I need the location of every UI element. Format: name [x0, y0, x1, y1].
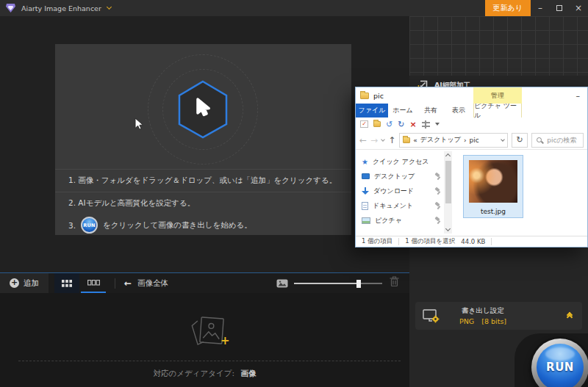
- sidebar-item-label: クイック アクセス: [373, 157, 429, 167]
- plus-icon: +: [10, 278, 19, 288]
- add-media-plus-icon[interactable]: +: [220, 334, 230, 347]
- add-button-label: 追加: [24, 278, 39, 289]
- run-button-face: RUN: [537, 344, 584, 387]
- step-3-text: をクリックして画像の書き出しを始める。: [103, 220, 252, 231]
- nav-forward-icon[interactable]: →: [370, 135, 378, 145]
- sidebar-item-label: ダウンロード: [373, 187, 414, 196]
- file-name: test.jpg: [464, 208, 523, 215]
- list-view-button[interactable]: [81, 273, 106, 293]
- mouse-cursor-icon: [135, 117, 144, 134]
- maximize-button[interactable]: [550, 0, 569, 16]
- slider-thumb[interactable]: [356, 280, 361, 288]
- grid-view-button[interactable]: [54, 273, 79, 293]
- undo-icon[interactable]: ↺: [386, 120, 392, 129]
- status-selected-size: 44.0 KB: [461, 238, 485, 245]
- nav-up-icon[interactable]: ↑: [388, 135, 395, 145]
- minimize-button[interactable]: –: [531, 0, 550, 16]
- export-settings-card[interactable]: 書き出し設定 PNG [8 bits]: [415, 302, 582, 330]
- pin-icon: [435, 173, 441, 180]
- thumbnail-size-icon: [276, 279, 288, 288]
- media-list-panel[interactable]: + 対応のメディアタイプ: 画像: [0, 293, 409, 387]
- zoom-slider[interactable]: [294, 279, 382, 288]
- export-format-value: PNG: [459, 317, 474, 325]
- instruction-step-2: 2. AIモデルと高画質化を設定する。: [55, 192, 351, 214]
- ribbon-tab-share[interactable]: 共有: [417, 104, 444, 117]
- sidebar-item-pictures[interactable]: ピクチャ: [362, 213, 441, 228]
- preview-grid-area: [409, 16, 588, 76]
- status-separator: [398, 238, 399, 245]
- chevron-down-icon[interactable]: [107, 4, 112, 10]
- toolbar-separator: [115, 278, 115, 289]
- app-logo-icon: [6, 4, 15, 12]
- fit-view-label: 画像全体: [137, 278, 168, 289]
- nav-back-icon[interactable]: ←: [359, 135, 367, 145]
- pin-icon: [435, 203, 441, 209]
- instruction-step-3: 3. RUN をクリックして画像の書き出しを始める。: [55, 214, 351, 236]
- status-selected-count: 1 個の項目を選択: [405, 237, 455, 246]
- export-settings-icon: [423, 309, 440, 323]
- star-icon: ★: [362, 158, 368, 166]
- scroll-up-icon[interactable]: [445, 153, 450, 159]
- explorer-minimize-button[interactable]: –: [576, 87, 581, 104]
- address-dropdown-icon[interactable]: [501, 137, 505, 142]
- export-settings-text: 書き出し設定 PNG [8 bits]: [459, 306, 506, 325]
- rename-icon[interactable]: [422, 122, 430, 127]
- folder-icon: [360, 93, 369, 99]
- breadcrumb-prefix: «: [413, 137, 417, 144]
- explorer-titlebar[interactable]: pic 管理 –: [356, 87, 587, 104]
- sidebar-item-quick-access[interactable]: ★ クイック アクセス: [362, 154, 441, 169]
- close-button[interactable]: ×: [569, 0, 588, 16]
- fit-view-control[interactable]: ← 画像全体: [124, 278, 168, 289]
- search-input[interactable]: [545, 136, 584, 145]
- search-box[interactable]: [531, 133, 584, 148]
- sidebar-scrollbar[interactable]: [444, 151, 452, 234]
- new-folder-icon[interactable]: [373, 121, 381, 127]
- scroll-down-icon[interactable]: [445, 226, 450, 231]
- nav-history-chevron-icon[interactable]: [381, 137, 385, 142]
- ribbon-tab-file[interactable]: ファイル: [356, 104, 388, 117]
- file-thumbnail-image: [469, 160, 517, 203]
- gear-icon: [432, 315, 440, 322]
- pin-icon: [435, 217, 441, 224]
- customize-toolbar-icon[interactable]: [435, 123, 440, 126]
- breadcrumb-pic[interactable]: pic: [470, 137, 479, 144]
- refresh-button[interactable]: ↻: [512, 133, 528, 148]
- scrollbar-thumb[interactable]: [445, 161, 451, 203]
- collapse-chevrons-icon[interactable]: [567, 313, 572, 319]
- ribbon-tab-home[interactable]: ホーム: [388, 104, 417, 117]
- run-button[interactable]: RUN: [531, 339, 588, 387]
- update-available-button[interactable]: 更新あり: [485, 0, 531, 16]
- ribbon-tab-manage[interactable]: 管理: [473, 87, 522, 104]
- download-icon: [362, 187, 369, 195]
- maximize-icon: [556, 5, 562, 11]
- explorer-window-title: pic: [373, 92, 384, 100]
- sidebar-item-desktop[interactable]: デスクトップ: [362, 169, 441, 184]
- sidebar-item-documents[interactable]: ドキュメント: [362, 198, 441, 213]
- add-button[interactable]: + 追加: [0, 273, 49, 293]
- export-format: PNG [8 bits]: [459, 317, 506, 325]
- redo-icon[interactable]: ↻: [398, 120, 404, 129]
- list-view-icon: [87, 280, 100, 286]
- search-icon: [537, 137, 542, 142]
- explorer-statusbar: 1 個の項目 1 個の項目を選択 44.0 KB: [356, 236, 587, 247]
- ribbon-tab-view[interactable]: 表示: [444, 104, 473, 117]
- app-titlebar: Aiarty Image Enhancer 更新あり – ×: [0, 0, 588, 16]
- address-input[interactable]: « デスクトップ › pic: [399, 133, 508, 148]
- delete-icon[interactable]: ×: [409, 120, 416, 129]
- ribbon-tab-picture-tools[interactable]: ピクチャ ツール: [473, 104, 522, 117]
- step-3-number: 3.: [68, 221, 76, 230]
- sidebar-item-downloads[interactable]: ダウンロード: [362, 184, 441, 198]
- file-item-selected[interactable]: test.jpg: [463, 155, 523, 218]
- properties-check-icon[interactable]: ✓: [360, 120, 368, 128]
- breadcrumb-desktop[interactable]: デスクトップ: [420, 135, 461, 145]
- drag-drop-zone[interactable]: 1. 画像・フォルダをドラッグ＆ドロップ、或いは「追加」をクリックする。 2. …: [55, 44, 351, 235]
- status-separator: [491, 238, 492, 245]
- app-window: Aiarty Image Enhancer 更新あり – × 1. 画像・フォル…: [0, 0, 588, 387]
- app-title: Aiarty Image Enhancer: [21, 4, 101, 12]
- pictures-icon: [362, 217, 370, 224]
- address-bar: ← → ↑ « デスクトップ › pic ↻: [356, 131, 587, 150]
- breadcrumb-separator: ›: [464, 137, 467, 144]
- sidebar-item-label: ピクチャ: [375, 216, 402, 225]
- dashed-divider: [18, 361, 401, 361]
- delete-all-button[interactable]: [390, 276, 399, 290]
